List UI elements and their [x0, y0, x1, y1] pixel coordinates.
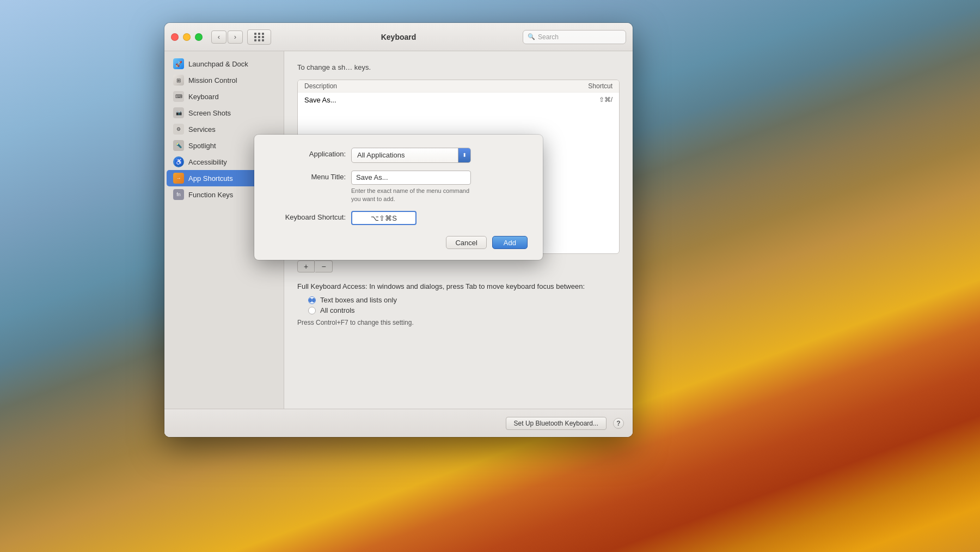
sidebar-label-mission-control: Mission Control — [188, 76, 237, 84]
sidebar-item-screen-shots[interactable]: 📷 Screen Shots — [167, 105, 281, 121]
application-control: All Applications ⬍ — [351, 148, 528, 163]
add-button[interactable]: Add — [492, 236, 528, 249]
menu-title-input[interactable] — [351, 171, 471, 185]
bluetooth-keyboard-button[interactable]: Set Up Bluetooth Keyboard... — [506, 417, 607, 430]
search-icon: 🔍 — [528, 33, 535, 40]
nav-buttons: ‹ › — [211, 31, 243, 44]
menu-title-control: Enter the exact name of the menu command… — [351, 171, 528, 204]
application-row: Application: All Applications ⬍ — [270, 148, 528, 163]
instruction-text: To change a sh… keys. — [297, 62, 620, 73]
sidebar-item-mission-control[interactable]: ⊞ Mission Control — [167, 72, 281, 88]
application-label: Application: — [270, 148, 351, 158]
function-keys-icon: fn — [173, 189, 184, 200]
radio-fill — [309, 298, 312, 302]
app-shortcuts-icon: → — [173, 173, 184, 184]
fka-option-text-boxes[interactable]: Text boxes and lists only — [308, 296, 620, 304]
window-title: Keyboard — [381, 33, 416, 41]
window-controls — [171, 33, 203, 41]
search-placeholder: Search — [538, 33, 559, 41]
shortcuts-header: Description Shortcut — [298, 80, 619, 93]
shortcuts-row-0[interactable]: Save As... ⇧⌘/ — [298, 93, 619, 107]
fka-option-all-controls[interactable]: All controls — [308, 306, 620, 314]
sidebar-label-spotlight: Spotlight — [188, 142, 216, 150]
services-icon: ⚙ — [173, 124, 184, 135]
grid-icon — [254, 33, 265, 41]
shortcut-key: ⇧⌘/ — [599, 96, 612, 104]
dialog-buttons: Cancel Add — [270, 236, 528, 249]
fka-option-all-controls-label: All controls — [320, 306, 355, 314]
application-select[interactable]: All Applications ⬍ — [351, 148, 471, 163]
menu-title-row: Menu Title: Enter the exact name of the … — [270, 171, 528, 204]
fka-option-text-boxes-label: Text boxes and lists only — [320, 296, 397, 304]
radio-text-boxes[interactable] — [308, 296, 316, 304]
maximize-button[interactable] — [195, 33, 203, 41]
grid-button[interactable] — [247, 29, 271, 45]
instruction-ellipsis: … — [345, 63, 352, 71]
application-value: All Applications — [357, 151, 456, 159]
sidebar-label-keyboard: Keyboard — [188, 93, 219, 101]
sidebar-item-keyboard[interactable]: ⌨ Keyboard — [167, 88, 281, 105]
fka-note: Press Control+F7 to change this setting. — [297, 319, 620, 326]
keyboard-shortcut-label: Keyboard Shortcut: — [270, 211, 351, 221]
cancel-button[interactable]: Cancel — [446, 236, 486, 249]
spotlight-icon: 🔦 — [173, 140, 184, 151]
keyboard-icon: ⌨ — [173, 91, 184, 102]
bottom-bar: Set Up Bluetooth Keyboard... ? — [164, 409, 633, 437]
full-keyboard-access-section: Full Keyboard Access: In windows and dia… — [297, 281, 620, 327]
accessibility-icon: ♿ — [173, 156, 184, 167]
add-shortcut-button[interactable]: + — [297, 260, 315, 272]
menu-hint: Enter the exact name of the menu command… — [351, 187, 471, 204]
forward-button[interactable]: › — [228, 31, 243, 44]
add-shortcut-dialog: Application: All Applications ⬍ Menu Tit… — [254, 135, 543, 260]
keyboard-shortcut-input[interactable] — [351, 211, 416, 225]
col-description: Description — [304, 82, 337, 90]
sidebar-label-launchpad: Launchpad & Dock — [188, 60, 248, 68]
menu-title-label: Menu Title: — [270, 171, 351, 181]
remove-shortcut-button[interactable]: − — [315, 260, 333, 272]
help-button[interactable]: ? — [613, 418, 624, 429]
keyboard-shortcut-row: Keyboard Shortcut: — [270, 211, 528, 225]
fka-label: Full Keyboard Access: In windows and dia… — [297, 281, 620, 292]
search-bar[interactable]: 🔍 Search — [523, 30, 626, 44]
instruction-prefix: To change a sh — [297, 63, 345, 71]
back-button[interactable]: ‹ — [211, 31, 226, 44]
keyboard-shortcut-control — [351, 211, 528, 225]
sidebar-label-function-keys: Function Keys — [188, 191, 233, 199]
sidebar-label-app-shortcuts: App Shortcuts — [188, 174, 233, 183]
sidebar-label-accessibility: Accessibility — [188, 158, 227, 166]
close-button[interactable] — [171, 33, 179, 41]
launchpad-icon: 🚀 — [173, 58, 184, 69]
sidebar-label-screen-shots: Screen Shots — [188, 109, 231, 117]
add-remove-bar: + − — [297, 260, 620, 272]
screen-shots-icon: 📷 — [173, 107, 184, 118]
minimize-button[interactable] — [183, 33, 191, 41]
sidebar-label-services: Services — [188, 125, 216, 134]
col-shortcut: Shortcut — [588, 82, 612, 90]
select-arrow-icon[interactable]: ⬍ — [458, 148, 470, 162]
sidebar-item-launchpad[interactable]: 🚀 Launchpad & Dock — [167, 56, 281, 72]
radio-all-controls[interactable] — [308, 307, 316, 314]
keyboard-preferences-window: ‹ › Keyboard 🔍 Search 🚀 Launchpad & Dock… — [164, 23, 633, 437]
title-bar: ‹ › Keyboard 🔍 Search — [164, 23, 633, 51]
shortcut-menu: Save As... — [304, 96, 336, 104]
instruction-suffix: keys. — [354, 63, 371, 71]
mission-control-icon: ⊞ — [173, 75, 184, 86]
